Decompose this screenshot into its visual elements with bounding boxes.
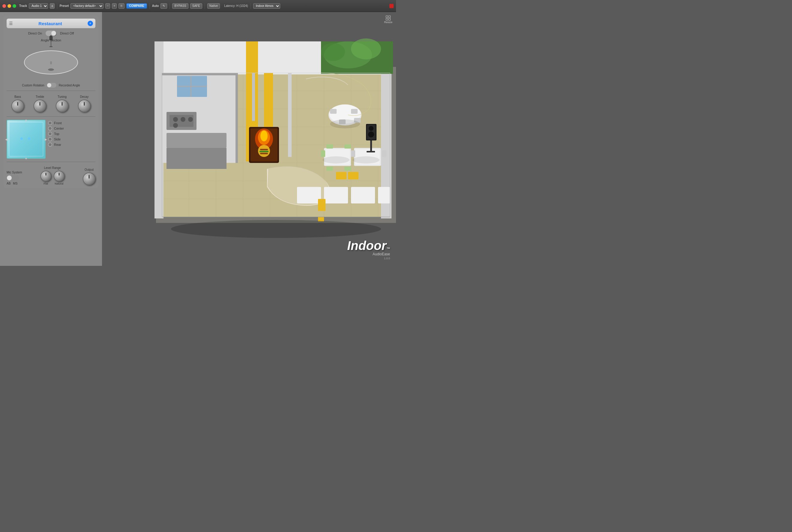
- rotation-toggle[interactable]: [47, 83, 56, 88]
- arrow-bottom-icon[interactable]: ▼: [25, 157, 27, 160]
- resize-icon-bl: [386, 18, 388, 20]
- svg-rect-65: [344, 167, 351, 171]
- native-button[interactable]: Native: [207, 3, 220, 9]
- svg-rect-82: [367, 151, 375, 152]
- speaker-side[interactable]: Side: [48, 137, 64, 141]
- speaker-center[interactable]: Center: [48, 126, 64, 131]
- minus-button[interactable]: −: [105, 3, 110, 9]
- svg-rect-30: [162, 73, 237, 75]
- level-range-label: Level Range: [44, 166, 61, 170]
- traffic-lights: [2, 4, 16, 8]
- knobs-row: Bass Treble Tuning Decay: [6, 94, 95, 113]
- output-group: Output: [83, 168, 95, 185]
- svg-point-80: [368, 131, 374, 137]
- speaker-top-radio[interactable]: [48, 132, 52, 136]
- speaker-top-label: Top: [54, 132, 59, 136]
- tuning-group: Tuning: [56, 95, 69, 112]
- speaker-side-radio[interactable]: [48, 137, 52, 141]
- speaker-front-dot: [50, 122, 51, 124]
- section-divider-2: [6, 116, 95, 117]
- speaker-rear[interactable]: Rear: [48, 142, 64, 147]
- panel-inner: ☰ Restaurant + Direct On Direct Off Angl…: [4, 16, 98, 188]
- speaker-center-radio[interactable]: [48, 126, 52, 131]
- resize-icon-br: [388, 18, 391, 20]
- plus-button[interactable]: +: [112, 3, 117, 9]
- flat-label: Flat: [43, 182, 48, 185]
- microphone-icon: [50, 35, 53, 47]
- menu-icon[interactable]: ☰: [9, 21, 13, 26]
- resize-icon-tl: [386, 16, 388, 18]
- toggle-knob: [51, 31, 56, 36]
- bypass-button[interactable]: BYPASS: [172, 3, 188, 9]
- plugin-name-select[interactable]: Indoor Atmos: [253, 3, 280, 9]
- resize-button[interactable]: Resize: [384, 16, 392, 24]
- divider-2: [149, 3, 150, 9]
- flat-knob[interactable]: [40, 171, 51, 182]
- speaker-top-dot: [50, 133, 51, 135]
- arrow-top-icon[interactable]: ▲: [25, 118, 27, 121]
- maximize-button[interactable]: [13, 4, 16, 8]
- svg-point-37: [173, 123, 178, 128]
- indoor-logo: Indoor ™ AudioEase 1.0.0: [347, 240, 390, 260]
- svg-point-91: [330, 119, 360, 129]
- svg-point-93: [352, 156, 380, 164]
- treble-group: Treble: [34, 95, 46, 112]
- room-visualization[interactable]: [6, 120, 45, 159]
- direct-off-label: Direct Off: [60, 32, 74, 35]
- auto-write-button[interactable]: ✎: [160, 3, 167, 9]
- restaurant-scene-svg: [102, 12, 396, 266]
- copy-button[interactable]: ⎘: [118, 3, 124, 9]
- speaker-rear-radio[interactable]: [48, 142, 52, 147]
- audio-tag: a: [50, 3, 55, 9]
- mic-system-group: Mic System AB MS: [6, 171, 22, 185]
- top-bar: Track Audio 1 a Preset <factory default>…: [0, 0, 396, 12]
- speaker-center-label: Center: [54, 127, 64, 130]
- direct-on-label: Direct On: [28, 32, 42, 35]
- close-button[interactable]: [2, 4, 6, 8]
- svg-rect-51: [260, 153, 268, 154]
- svg-rect-73: [378, 187, 390, 204]
- audio-track-select[interactable]: Audio 1: [29, 3, 48, 9]
- resize-icon: [386, 16, 391, 20]
- svg-point-47: [260, 131, 268, 141]
- divider-3: [170, 3, 170, 9]
- natural-knob[interactable]: [54, 171, 64, 182]
- rotation-knob: [47, 83, 51, 87]
- mic-body: [50, 35, 53, 40]
- mic-system-toggle[interactable]: [6, 175, 19, 180]
- speaker-top[interactable]: Top: [48, 132, 64, 136]
- tuning-label: Tuning: [58, 95, 66, 98]
- panel-header: ☰ Restaurant +: [6, 19, 95, 28]
- tuning-knob[interactable]: [56, 100, 69, 112]
- speaker-front-label: Front: [54, 121, 62, 125]
- resize-icon-tr: [388, 16, 391, 18]
- arrow-right-icon[interactable]: ▶: [45, 138, 47, 141]
- arrow-left-icon[interactable]: ◀: [5, 138, 7, 141]
- divider-4: [205, 3, 205, 9]
- speaker-front[interactable]: Front: [48, 121, 64, 125]
- svg-point-79: [369, 126, 373, 131]
- preset-select[interactable]: <factory default>: [71, 3, 103, 9]
- treble-knob[interactable]: [34, 100, 46, 112]
- decay-label: Decay: [80, 95, 89, 98]
- room-dot-left: [20, 137, 23, 140]
- svg-rect-74: [336, 172, 347, 179]
- natural-group: Natural: [54, 171, 64, 185]
- mic-ab-ms-labels: AB MS: [6, 182, 17, 185]
- svg-point-35: [180, 117, 186, 122]
- minimize-button[interactable]: [7, 4, 11, 8]
- output-knob[interactable]: [83, 173, 95, 185]
- safe-button[interactable]: SAFE: [190, 3, 202, 9]
- brand-name: Indoor: [347, 240, 386, 252]
- bass-knob[interactable]: [12, 100, 24, 112]
- add-preset-button[interactable]: +: [88, 21, 93, 26]
- speaker-front-radio[interactable]: [48, 121, 52, 125]
- angle-ellipse[interactable]: [24, 51, 78, 74]
- divider-1: [57, 3, 57, 9]
- recorded-angle-label: Recorded Angle: [59, 84, 80, 87]
- compare-button[interactable]: COMPARE: [126, 3, 147, 9]
- speaker-side-label: Side: [54, 137, 61, 141]
- speaker-center-dot: [50, 128, 51, 129]
- mic-ms-label: MS: [13, 182, 17, 185]
- decay-knob[interactable]: [78, 100, 91, 112]
